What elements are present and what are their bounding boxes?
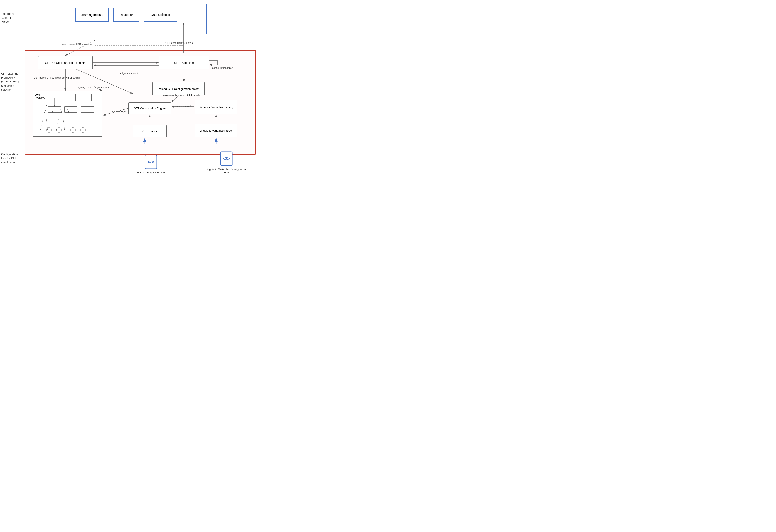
registry-inner-3 bbox=[48, 107, 61, 113]
linguistic-file-svg: </> bbox=[220, 151, 233, 166]
gft-registry-box: GFTRegistry bbox=[33, 91, 102, 137]
registry-label: GFTRegistry bbox=[35, 93, 45, 100]
registry-inner-5 bbox=[81, 107, 94, 113]
diagram-container: IntelligentControlModel GFT LayeringFram… bbox=[0, 0, 261, 178]
label-config-input-right: configuration input bbox=[212, 66, 233, 70]
label-maintains-parsed: maintains the parsed GFT details bbox=[163, 94, 200, 97]
label-submit-kb: submit current KB encoding bbox=[61, 42, 91, 46]
label-gft-execution: GFT execution for action bbox=[165, 41, 193, 45]
section-label-config: Configurationfiles for GFTconstruction bbox=[1, 152, 22, 164]
gftl-algorithm-box: GFTL Algorithm bbox=[159, 56, 209, 69]
registry-inner-2 bbox=[75, 94, 91, 102]
label-config-input-left: configuration input bbox=[118, 72, 138, 75]
gft-parser-box: GFT Parser bbox=[133, 125, 167, 137]
reasoner-box: Reasoner bbox=[113, 8, 139, 22]
parsed-gft-config-box: Parsed GFT Configuration object bbox=[152, 82, 205, 95]
registry-inner-4 bbox=[64, 107, 77, 113]
circle-4 bbox=[80, 127, 85, 133]
gft-file-svg: </> bbox=[144, 154, 157, 170]
linguistic-parser-box: Linguistic Variables Parser bbox=[195, 124, 237, 137]
linguistic-factory-box: Linguistic Variables Factory bbox=[195, 100, 237, 114]
linguistic-config-file-icon: </> Linguistic Variables Configuration F… bbox=[205, 151, 248, 174]
gft-construction-box: GFT Construction Engine bbox=[129, 102, 171, 114]
circle-2 bbox=[56, 127, 61, 133]
circle-3 bbox=[70, 127, 75, 133]
registry-inner-1 bbox=[55, 94, 71, 102]
gft-kb-config-box: GFT KB Configuration Algorithm bbox=[38, 56, 92, 69]
learning-module-box: Learning module bbox=[75, 8, 109, 22]
svg-text:</>: </> bbox=[148, 159, 155, 165]
section-label-gft: GFT LayeringFramework(for reasoningand a… bbox=[1, 72, 24, 92]
svg-text:</>: </> bbox=[223, 156, 230, 161]
section-label-icm: IntelligentControlModel bbox=[2, 12, 22, 24]
label-query-gfs: Query for a GFS with name bbox=[78, 86, 109, 89]
label-configures-gft: Configures GFT with current KB encoding bbox=[34, 76, 80, 79]
label-submit-variables: submit variables bbox=[175, 105, 193, 108]
label-update-registry: update registry bbox=[112, 110, 129, 113]
data-collector-box: Data Collector bbox=[144, 8, 177, 22]
circle-1 bbox=[46, 127, 51, 133]
gft-config-file-icon: </> GFT Configuration file bbox=[137, 154, 165, 174]
reasoner-label: Reasoner bbox=[120, 13, 133, 17]
